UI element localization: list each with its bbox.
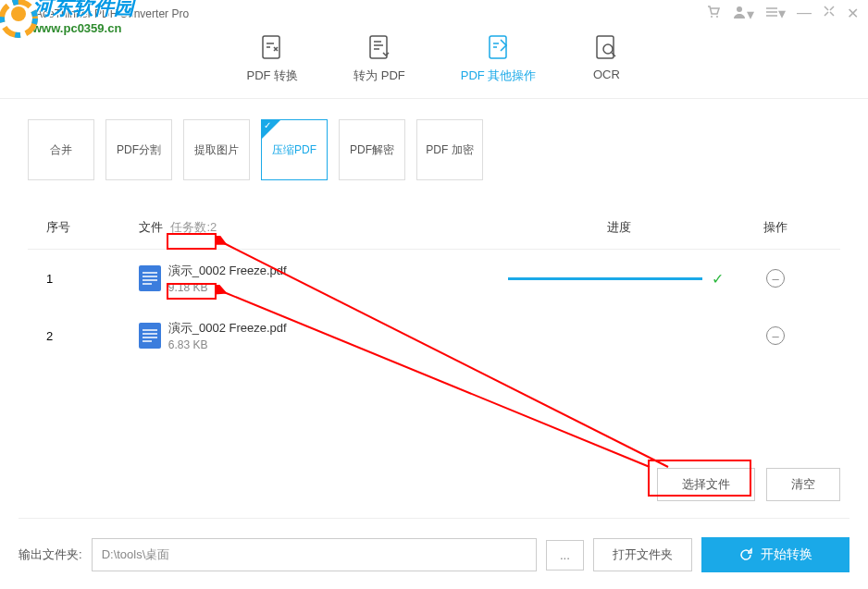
minimize-icon[interactable]: — xyxy=(797,5,812,23)
progress-cell: ✓ xyxy=(508,270,729,288)
row-num: 2 xyxy=(46,329,139,343)
to-pdf-icon xyxy=(365,32,394,62)
menu-icon[interactable]: ▾ xyxy=(765,5,786,23)
app-title: AceThinker PDF Converter Pro xyxy=(35,7,189,20)
remove-button[interactable]: – xyxy=(766,326,785,345)
file-size: 9.18 KB xyxy=(168,281,287,294)
browse-button[interactable]: ... xyxy=(546,540,584,571)
svg-rect-11 xyxy=(139,265,161,291)
table-header: 序号 文件 任务数:2 进度 操作 xyxy=(28,201,840,250)
subtab-decrypt[interactable]: PDF解密 xyxy=(339,119,405,180)
svg-point-4 xyxy=(716,16,718,18)
tab-label: OCR xyxy=(593,67,620,81)
tab-to-pdf[interactable]: 转为 PDF xyxy=(353,32,405,84)
header-num: 序号 xyxy=(46,219,139,236)
start-convert-button[interactable]: 开始转换 xyxy=(701,537,849,572)
titlebar: AceThinker PDF Converter Pro ▾ ▾ — ✕ xyxy=(0,0,868,28)
close-icon[interactable]: ✕ xyxy=(847,5,859,23)
pdf-convert-icon xyxy=(257,32,287,62)
output-path-input[interactable]: D:\tools\桌面 xyxy=(92,538,537,571)
check-icon: ✓ xyxy=(264,120,271,130)
file-size: 6.83 KB xyxy=(168,338,287,351)
clear-button[interactable]: 清空 xyxy=(766,468,840,501)
table-row: 2 演示_0002 Freeze.pdf 6.83 KB – xyxy=(28,307,840,364)
tab-label: PDF 其他操作 xyxy=(461,67,537,84)
task-count: 任务数:2 xyxy=(170,220,217,234)
subtab-encrypt[interactable]: PDF 加密 xyxy=(416,119,483,180)
output-folder-label: 输出文件夹: xyxy=(19,546,82,563)
tab-ocr[interactable]: OCR xyxy=(591,32,621,84)
tab-pdf-other[interactable]: PDF 其他操作 xyxy=(461,32,537,84)
checkmark-icon: ✓ xyxy=(712,270,724,288)
progress-bar xyxy=(508,277,702,280)
tab-pdf-convert[interactable]: PDF 转换 xyxy=(247,32,299,84)
tab-label: 转为 PDF xyxy=(353,67,405,84)
file-list: 序号 文件 任务数:2 进度 操作 1 演示_0002 Freeze.pdf 9… xyxy=(0,201,868,364)
svg-rect-9 xyxy=(597,36,614,58)
header-file: 文件 任务数:2 xyxy=(139,219,508,236)
refresh-icon xyxy=(738,547,753,562)
header-action: 操作 xyxy=(729,219,822,236)
svg-point-5 xyxy=(737,6,742,12)
svg-rect-12 xyxy=(139,323,161,349)
subtab-split[interactable]: PDF分割 xyxy=(105,119,172,180)
row-num: 1 xyxy=(46,272,139,286)
sub-tabs: 合并 PDF分割 提取图片 ✓ 压缩PDF PDF解密 PDF 加密 xyxy=(0,99,868,201)
subtab-merge[interactable]: 合并 xyxy=(28,119,94,180)
svg-rect-7 xyxy=(370,36,387,58)
select-file-button[interactable]: 选择文件 xyxy=(657,468,755,501)
tab-label: PDF 转换 xyxy=(247,67,299,84)
header-progress: 进度 xyxy=(508,219,729,236)
svg-point-10 xyxy=(603,44,613,54)
svg-point-3 xyxy=(711,16,713,18)
svg-point-2 xyxy=(11,6,26,21)
remove-button[interactable]: – xyxy=(766,269,785,288)
file-name: 演示_0002 Freeze.pdf xyxy=(168,320,287,337)
table-row: 1 演示_0002 Freeze.pdf 9.18 KB ✓ – xyxy=(28,250,840,307)
file-name: 演示_0002 Freeze.pdf xyxy=(168,263,287,279)
open-folder-button[interactable]: 打开文件夹 xyxy=(593,538,692,571)
app-logo-icon xyxy=(9,5,28,23)
footer-bar: 输出文件夹: D:\tools\桌面 ... 打开文件夹 开始转换 xyxy=(19,518,849,572)
main-tabs: PDF 转换 转为 PDF PDF 其他操作 OCR xyxy=(0,28,868,99)
bottom-actions: 选择文件 清空 xyxy=(657,468,840,501)
subtab-compress[interactable]: ✓ 压缩PDF xyxy=(261,119,328,180)
user-icon[interactable]: ▾ xyxy=(732,5,754,23)
ocr-icon xyxy=(591,32,621,62)
subtab-extract-image[interactable]: 提取图片 xyxy=(183,119,250,180)
cart-icon[interactable] xyxy=(706,5,721,23)
pdf-file-icon xyxy=(139,323,161,349)
maximize-icon[interactable] xyxy=(823,5,836,23)
pdf-other-icon xyxy=(484,32,514,62)
pdf-file-icon xyxy=(139,265,161,291)
